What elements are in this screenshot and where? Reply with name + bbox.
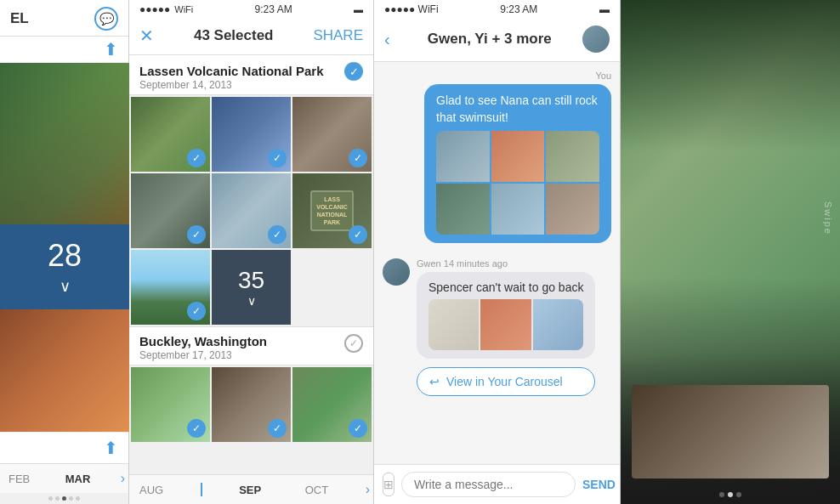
count-cell[interactable]: 35 ∨ bbox=[212, 250, 291, 325]
month-oct[interactable]: OCT bbox=[298, 484, 335, 496]
collage2-photo-1[interactable] bbox=[429, 299, 479, 350]
collage-photo-4[interactable] bbox=[436, 184, 490, 235]
dot-3 bbox=[62, 496, 66, 501]
photo-cell-3[interactable]: ✓ bbox=[292, 97, 372, 172]
album2-header: Buckley, Washington September 17, 2013 ✓ bbox=[129, 326, 373, 365]
collage-photo-6[interactable] bbox=[546, 184, 599, 235]
dot-2 bbox=[55, 496, 60, 501]
collage-photo-5[interactable] bbox=[491, 184, 545, 235]
swipe-hint: Swipe bbox=[823, 201, 833, 235]
collage-photo-3[interactable] bbox=[546, 131, 599, 182]
album1-title: Lassen Volcanic National Park bbox=[139, 64, 323, 78]
check-8: ✓ bbox=[187, 419, 206, 438]
received-message-content: Gwen 14 minutes ago Spencer can't wait t… bbox=[417, 258, 595, 396]
bottom-strip-photo[interactable] bbox=[632, 385, 829, 479]
panel-selection: ●●●●● WiFi 9:23 AM ▬ ✕ 43 Selected SHARE… bbox=[129, 0, 374, 504]
time-display: 9:23 AM bbox=[255, 3, 292, 15]
month-mar[interactable]: MAR bbox=[60, 473, 96, 485]
album2-check-icon[interactable]: ✓ bbox=[344, 334, 363, 353]
dot-4 bbox=[69, 496, 73, 501]
sent-message-container: Glad to see Nana can still rock that swi… bbox=[383, 84, 611, 250]
panel1-title: EL bbox=[10, 10, 29, 27]
dot-w1 bbox=[719, 492, 724, 497]
signal-dots-3: ●●●●● bbox=[384, 3, 415, 15]
share-button[interactable]: SHARE bbox=[313, 27, 363, 44]
you-label: You bbox=[383, 71, 611, 81]
wifi-icon: WiFi bbox=[174, 4, 193, 14]
chat-icon-btn[interactable]: 💬 bbox=[94, 7, 118, 31]
check-9: ✓ bbox=[268, 419, 287, 438]
check-10: ✓ bbox=[349, 419, 367, 438]
dot-w2 bbox=[728, 492, 733, 497]
received-message-text: Spencer can't wait to go back bbox=[429, 280, 583, 294]
check-1: ✓ bbox=[187, 149, 206, 167]
carousel-button[interactable]: ↩ View in Your Carousel bbox=[417, 367, 595, 396]
share-row: ⬆ bbox=[0, 432, 128, 463]
photo-cell-8[interactable]: ✓ bbox=[131, 367, 210, 442]
image-picker-icon[interactable]: ⊞ bbox=[383, 473, 394, 496]
check-3: ✓ bbox=[349, 149, 367, 167]
share-icon[interactable]: ⬆ bbox=[104, 39, 118, 59]
month-dots bbox=[0, 493, 128, 504]
photo-cell-9[interactable]: ✓ bbox=[212, 367, 291, 442]
count-box[interactable]: 28 ∨ bbox=[0, 224, 129, 309]
share-icon-2[interactable]: ⬆ bbox=[104, 438, 118, 458]
album1-check-icon[interactable]: ✓ bbox=[344, 62, 363, 81]
nav-next-arrow[interactable]: › bbox=[121, 471, 125, 486]
check-6: ✓ bbox=[349, 225, 367, 244]
nav-next-arrow-2[interactable]: › bbox=[366, 482, 370, 497]
photo-grid-2: ✓ ✓ ✓ bbox=[129, 365, 373, 444]
month-feb[interactable]: FEB bbox=[3, 473, 35, 485]
photo-cell-10[interactable]: ✓ bbox=[292, 367, 372, 442]
signal-indicator: ●●●●● WiFi bbox=[139, 3, 193, 15]
check-2: ✓ bbox=[268, 149, 287, 167]
received-message-row: Gwen 14 minutes ago Spencer can't wait t… bbox=[383, 258, 611, 396]
dot-1 bbox=[48, 496, 53, 501]
panel-chat: ●●●●● WiFi 9:23 AM ▬ ‹ Gwen, Yi + 3 more… bbox=[374, 0, 621, 504]
month-sep[interactable]: SEP bbox=[232, 484, 268, 496]
photo-cell-6[interactable]: LASSVOLCANICNATIONALPARK ✓ bbox=[292, 173, 372, 248]
photo-grid-1: ✓ ✓ ✓ ✓ ✓ LASSVOLCANICNATIONALPARK ✓ ✓ 3… bbox=[129, 95, 373, 326]
park-sign: LASSVOLCANICNATIONALPARK bbox=[310, 190, 354, 231]
panel-fullscreen: Swipe bbox=[621, 0, 840, 504]
collage2-photo-2[interactable] bbox=[480, 299, 531, 350]
battery-icon-3: ▬ bbox=[599, 3, 610, 15]
dot-w3 bbox=[736, 492, 741, 497]
collage2-photo-3[interactable] bbox=[533, 299, 583, 350]
month-aug[interactable]: AUG bbox=[133, 484, 170, 496]
received-photo-collage bbox=[429, 299, 583, 350]
sent-message-text: Glad to see Nana can still rock that swi… bbox=[436, 93, 598, 124]
photo-cell-1[interactable]: ✓ bbox=[131, 97, 210, 172]
photo-cell-4[interactable]: ✓ bbox=[131, 173, 210, 248]
panel2-month-nav: AUG SEP OCT › bbox=[129, 474, 373, 504]
cancel-button[interactable]: ✕ bbox=[139, 25, 154, 46]
collage-photo-1[interactable] bbox=[436, 131, 490, 182]
month-nav: FEB MAR › bbox=[0, 463, 128, 493]
check-7: ✓ bbox=[187, 302, 206, 320]
sender-avatar bbox=[383, 258, 410, 286]
dot-5 bbox=[76, 496, 80, 501]
message-input[interactable] bbox=[401, 472, 576, 497]
panel2-header: ✕ 43 Selected SHARE bbox=[129, 19, 373, 55]
main-photo[interactable] bbox=[0, 63, 129, 224]
selected-count: 43 Selected bbox=[194, 27, 274, 44]
carousel-label: View in Your Carousel bbox=[446, 375, 563, 388]
group-avatar[interactable] bbox=[582, 25, 610, 53]
panel-photo-roll: EL 💬 ⬆ 28 ∨ ⬆ FEB MAR › bbox=[0, 0, 129, 504]
received-bubble: Spencer can't wait to go back bbox=[417, 272, 595, 359]
bottom-photo[interactable] bbox=[0, 309, 129, 432]
send-button[interactable]: SEND bbox=[582, 478, 616, 491]
photo-cell-5[interactable]: ✓ bbox=[212, 173, 291, 248]
photo-cell-7[interactable]: ✓ bbox=[131, 250, 210, 325]
album1-header: Lassen Volcanic National Park September … bbox=[129, 55, 373, 95]
chevron-down-icon: ∨ bbox=[60, 277, 71, 296]
signal-indicator-3: ●●●●● WiFi bbox=[384, 3, 439, 15]
time-display-3: 9:23 AM bbox=[500, 3, 537, 15]
count-35: 35 bbox=[238, 267, 264, 294]
back-button[interactable]: ‹ bbox=[384, 30, 390, 49]
panel1-header: EL 💬 bbox=[0, 0, 128, 37]
photo-cell-2[interactable]: ✓ bbox=[212, 97, 291, 172]
chat-input-row: ⊞ SEND bbox=[374, 464, 620, 504]
count-number: 28 bbox=[48, 238, 82, 274]
collage-photo-2[interactable] bbox=[491, 131, 545, 182]
